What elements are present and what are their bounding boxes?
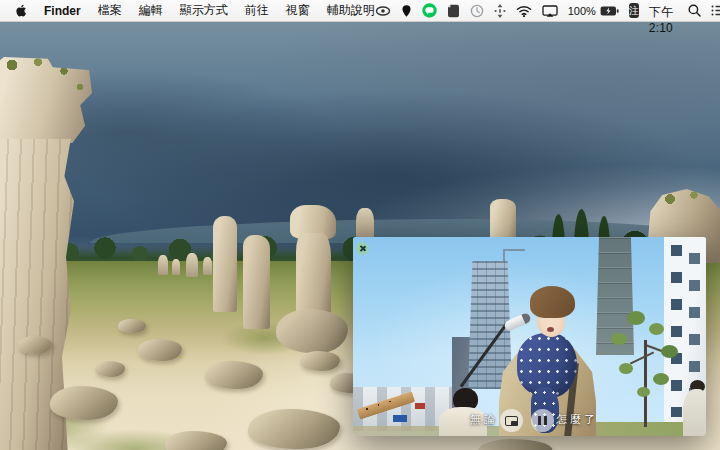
singer-mouth [547,327,554,332]
menu-bar-left: Finder 檔案 編輯 顯示方式 前往 視窗 輔助說明 [0,2,375,19]
wifi-icon[interactable] [516,3,532,19]
musician-right-body [683,389,706,436]
display-mirroring-icon[interactable] [542,3,558,19]
desktop-screen: Finder 檔案 編輯 顯示方式 前往 視窗 輔助說明 [0,0,720,450]
spotlight-search-icon[interactable] [688,3,701,19]
app-menu-finder[interactable]: Finder [44,4,81,18]
battery-status[interactable]: 100% [568,3,619,19]
apple-icon[interactable] [14,3,27,19]
video-frame: 無論 怎麼了 [353,237,706,436]
menu-window[interactable]: 視窗 [286,2,310,19]
singer-hair [530,286,575,318]
menu-file[interactable]: 檔案 [98,2,122,19]
pause-button[interactable] [531,409,554,432]
pip-close-button[interactable] [356,242,369,255]
subtitle-left: 無論 [438,412,498,427]
subtitle-right: 怎麼了 [556,412,598,427]
menu-help[interactable]: 輔助說明 [327,2,375,19]
clock-icon[interactable] [470,3,484,19]
menu-bar-status: 100% 注 週三 下午2:10 [375,0,720,35]
exit-pip-icon [505,416,518,426]
menu-go[interactable]: 前往 [245,2,269,19]
building-sign [393,415,407,422]
rock [18,336,52,354]
distant-pillar [172,259,180,275]
pip-video-window[interactable]: 無論 怎麼了 [353,237,706,436]
building-sign [415,403,425,409]
stone-pillar [243,235,270,329]
stone-pillar-left-cap [0,57,92,143]
rock [95,361,125,377]
rock [248,409,340,449]
line-messenger-icon[interactable] [422,3,437,19]
rock [138,339,182,361]
evernote-icon[interactable] [447,3,460,19]
window-switcher-icon[interactable] [494,3,506,19]
tree-foliage [649,323,664,335]
menu-bar: Finder 檔案 編輯 顯示方式 前往 視窗 輔助說明 [0,0,720,22]
rock [50,386,118,420]
tree-foliage [627,311,645,325]
tree-trunk [644,340,647,427]
rock [118,319,146,333]
distant-pillar [158,255,168,275]
tree-foliage [637,387,650,397]
notification-center-icon[interactable] [711,3,720,19]
tree-foliage [661,345,678,358]
close-icon [359,245,366,252]
menu-view[interactable]: 顯示方式 [180,2,228,19]
distant-pillar [203,257,212,275]
rock [165,431,227,450]
window-column [671,245,682,417]
menu-bar-clock[interactable]: 週三 下午2:10 [649,0,678,35]
rock [205,361,263,389]
tree-foliage [611,333,627,345]
rock-cluster [276,309,348,353]
distant-pillar [356,208,374,240]
pause-icon [538,416,547,425]
stone-pillar [213,216,237,312]
menu-edit[interactable]: 編輯 [139,2,163,19]
exit-pip-button[interactable] [500,409,523,432]
location-icon[interactable] [401,3,412,19]
rock [300,351,340,371]
battery-charging-icon [600,3,619,19]
tree-foliage [653,373,669,385]
tree-foliage [619,363,633,374]
distant-pillar [186,253,198,277]
battery-percent-label: 100% [568,5,596,17]
input-method-icon[interactable]: 注 [629,3,639,18]
eye-icon[interactable] [375,3,391,19]
